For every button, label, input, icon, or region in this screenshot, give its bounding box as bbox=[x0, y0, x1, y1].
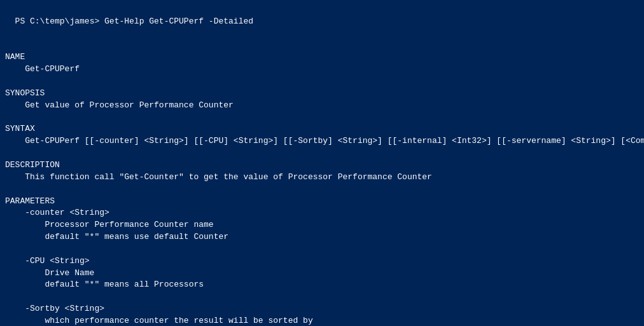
prompt-line: PS C:\temp\james> Get-Help Get-CPUPerf -… bbox=[15, 17, 253, 26]
terminal-line: which performance counter the result wil… bbox=[5, 315, 639, 326]
terminal-line: Drive Name bbox=[5, 268, 639, 280]
terminal-line: -CPU <String> bbox=[5, 255, 639, 268]
terminal-line bbox=[5, 40, 639, 52]
terminal-line: Get-CPUPerf [[-counter] <String>] [[-CPU… bbox=[5, 135, 639, 147]
terminal-line bbox=[5, 112, 639, 124]
terminal-line bbox=[5, 291, 639, 303]
terminal-line: This function call "Get-Counter" to get … bbox=[5, 172, 639, 184]
terminal-line: DESCRIPTION bbox=[5, 160, 639, 172]
terminal-line: SYNTAX bbox=[5, 123, 639, 135]
terminal-line: -counter <String> bbox=[5, 207, 639, 219]
terminal-content: NAME Get-CPUPerf SYNOPSIS Get value of P… bbox=[5, 40, 639, 326]
terminal-line: default "*" means all Processors bbox=[5, 279, 639, 291]
terminal-line: PARAMETERS bbox=[5, 196, 639, 208]
terminal-line: Get-CPUPerf bbox=[5, 64, 639, 76]
terminal-line: -Sortby <String> bbox=[5, 303, 639, 315]
terminal-line: NAME bbox=[5, 51, 639, 64]
terminal-line bbox=[5, 147, 639, 160]
terminal-line: default "*" means use default Counter bbox=[5, 231, 639, 243]
terminal-line: Processor Performance Counter name bbox=[5, 219, 639, 231]
terminal-line bbox=[5, 184, 639, 196]
terminal-line bbox=[5, 243, 639, 255]
terminal-line: SYNOPSIS bbox=[5, 88, 639, 100]
terminal-line: Get value of Processor Performance Count… bbox=[5, 100, 639, 112]
terminal-line bbox=[5, 76, 639, 88]
terminal-window: PS C:\temp\james> Get-Help Get-CPUPerf -… bbox=[0, 0, 644, 326]
